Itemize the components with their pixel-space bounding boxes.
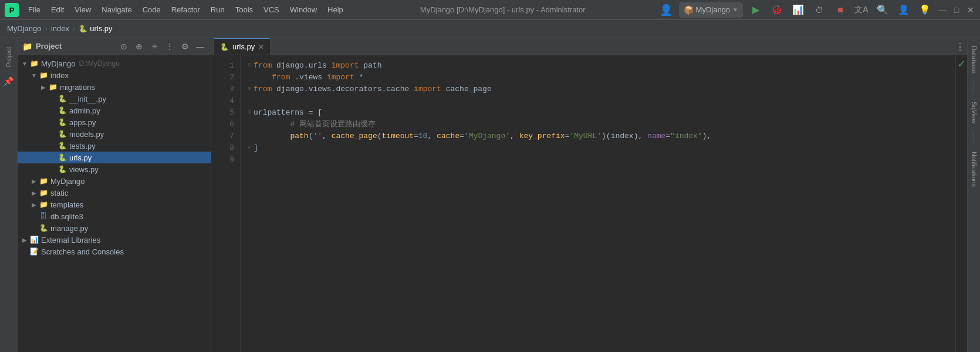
line-num-1: 1 (211, 60, 240, 72)
editor-right-gutter: ✓ (955, 55, 967, 352)
fold-8[interactable]: ▽ (248, 142, 251, 154)
file-name-models: models.py (69, 130, 104, 139)
file-name-migrations: migrations (60, 83, 95, 92)
dbfile-icon: 🗄 (39, 212, 48, 221)
collapse-all[interactable]: ≡ (148, 41, 160, 52)
menu-view[interactable]: View (70, 4, 96, 16)
tree-item-mydjango-sub[interactable]: ▶ 📁 MyDjango (18, 175, 211, 187)
menu-code[interactable]: Code (138, 4, 165, 16)
menu-tools[interactable]: Tools (231, 4, 258, 16)
menu-refactor[interactable]: Refactor (167, 4, 205, 16)
menu-window[interactable]: Window (285, 4, 322, 16)
run-button[interactable]: ▶ (748, 2, 764, 18)
search-everywhere-button[interactable]: 🔍 (874, 2, 891, 18)
pyfile-icon-manage: 🐍 (39, 223, 48, 233)
file-name-manage: manage.py (50, 224, 88, 233)
fold-1[interactable]: ▽ (248, 60, 251, 72)
menu-run[interactable]: Run (206, 4, 229, 16)
folder-icon-templates: 📁 (39, 200, 48, 209)
tree-item-urls[interactable]: ▶ 🐍 urls.py (18, 152, 211, 163)
arrow-migrations: ▶ (39, 82, 48, 92)
tree-item-migrations[interactable]: ▶ 📁 migrations (18, 81, 211, 93)
menu-file[interactable]: File (23, 4, 45, 16)
menu-edit[interactable]: Edit (46, 4, 69, 16)
tree-item-init[interactable]: ▶ 🐍 __init__.py (18, 93, 211, 105)
expand-all[interactable]: ⋮ (164, 41, 175, 52)
minimize-button[interactable]: — (938, 5, 947, 15)
breadcrumb-mydjango[interactable]: MyDjango (7, 24, 42, 33)
user-icon[interactable]: 👤 (658, 2, 674, 18)
folder-icon-mydjango-sub: 📁 (39, 176, 48, 186)
coverage-button[interactable]: 📊 (790, 2, 806, 18)
tree-item-apps[interactable]: ▶ 🐍 apps.py (18, 116, 211, 128)
tree-item-templates[interactable]: ▶ 📁 templates (18, 199, 211, 210)
fold-5[interactable]: ▽ (248, 107, 251, 119)
code-line-8: ▽ ] (248, 142, 948, 154)
file-name-tests: tests.py (69, 142, 96, 150)
tree-item-admin[interactable]: ▶ 🐍 admin.py (18, 105, 211, 116)
pyfile-icon-tests: 🐍 (58, 141, 67, 150)
editor-content: 1 2 3 4 5 6 7 8 9 ▽ from django.urls imp… (211, 55, 967, 352)
strip-divider-1 (974, 82, 974, 93)
tree-item-index[interactable]: ▼ 📁 index (18, 69, 211, 81)
no-errors-icon: ✓ (957, 58, 966, 71)
profile-button[interactable]: ⏱ (811, 2, 827, 18)
main-layout: Project 📌 📁 Project ⊙ ⊕ ≡ ⋮ ⚙ — ▼ 📁 MyDj… (0, 38, 980, 352)
menu-help[interactable]: Help (323, 4, 348, 16)
file-name-mydjango: MyDjango (41, 59, 76, 68)
pyfile-icon-models: 🐍 (58, 129, 67, 139)
tree-hide[interactable]: — (194, 41, 206, 52)
project-strip-label[interactable]: Project (5, 42, 12, 72)
line-num-5: 5 (211, 107, 240, 119)
tree-item-tests[interactable]: ▶ 🐍 tests.py (18, 140, 211, 152)
translate-icon[interactable]: 文A (853, 2, 870, 18)
tree-item-mydjango-root[interactable]: ▼ 📁 MyDjango D:\MyDjango (18, 58, 211, 69)
tree-item-views[interactable]: ▶ 🐍 views.py (18, 163, 211, 175)
breadcrumb-urls[interactable]: 🐍 urls.py (79, 24, 112, 33)
tips-button[interactable]: 💡 (917, 2, 933, 18)
notifications-panel-label[interactable]: Notifications (969, 148, 979, 190)
breadcrumb-index[interactable]: index (51, 24, 69, 33)
tree-item-manage[interactable]: ▶ 🐍 manage.py (18, 222, 211, 234)
close-button[interactable]: ✕ (966, 5, 975, 15)
line-num-6: 6 (211, 119, 240, 130)
add-content-root[interactable]: ⊕ (133, 41, 145, 52)
line-num-9: 9 (211, 154, 240, 166)
menu-vcs[interactable]: VCS (259, 4, 284, 16)
database-panel-label[interactable]: Database (969, 42, 979, 77)
tab-close-urls[interactable]: ✕ (258, 43, 264, 51)
pyfile-icon-apps: 🐍 (58, 118, 67, 127)
fold-3[interactable]: ▽ (248, 83, 251, 95)
sqview-panel-label[interactable]: SqView (969, 98, 979, 127)
line-num-3: 3 (211, 83, 240, 95)
avatar-button[interactable]: 👤 (895, 2, 912, 18)
tree-item-static[interactable]: ▶ 📁 static (18, 187, 211, 199)
tree-item-db[interactable]: ▶ 🗄 db.sqlite3 (18, 210, 211, 222)
tree-item-models[interactable]: ▶ 🐍 models.py (18, 128, 211, 140)
file-tree-content: ▼ 📁 MyDjango D:\MyDjango ▼ 📁 index ▶ 📁 m… (18, 55, 211, 352)
tree-item-scratches[interactable]: ▶ 📝 Scratches and Consoles (18, 246, 211, 257)
pyfile-icon-urls: 🐍 (58, 153, 67, 162)
file-name-static: static (50, 189, 68, 197)
stop-button[interactable]: ■ (832, 2, 849, 18)
folder-icon-index: 📁 (39, 71, 48, 80)
menu-navigate[interactable]: Navigate (97, 4, 136, 16)
scope-button[interactable]: ⊙ (118, 41, 130, 52)
tree-item-ext-libs[interactable]: ▶ 📊 External Libraries (18, 234, 211, 246)
svg-text:P: P (9, 6, 15, 15)
breadcrumb-bar: MyDjango › index › 🐍 urls.py (0, 20, 980, 38)
run-config-selector[interactable]: 📦 MyDjango ▼ (679, 2, 743, 18)
tree-settings[interactable]: ⚙ (179, 41, 191, 52)
code-line-5: ▽ urlpatterns = [ (248, 107, 948, 119)
arrow-static: ▶ (29, 188, 39, 197)
debug-button[interactable]: 🐞 (769, 2, 785, 18)
line-num-8: 8 (211, 142, 240, 154)
file-name-views: views.py (69, 165, 99, 174)
code-editor[interactable]: ▽ from django.urls import path ▽ from .v… (241, 55, 955, 352)
file-name-ext-libs: External Libraries (41, 236, 100, 244)
tabs-menu-button[interactable]: ⋮ (953, 38, 967, 55)
sidebar-pin-icon[interactable]: 📌 (4, 76, 13, 86)
file-name-index: index (50, 71, 69, 80)
maximize-button[interactable]: □ (952, 5, 961, 15)
editor-tab-urls[interactable]: 🐍 urls.py ✕ (214, 38, 271, 55)
